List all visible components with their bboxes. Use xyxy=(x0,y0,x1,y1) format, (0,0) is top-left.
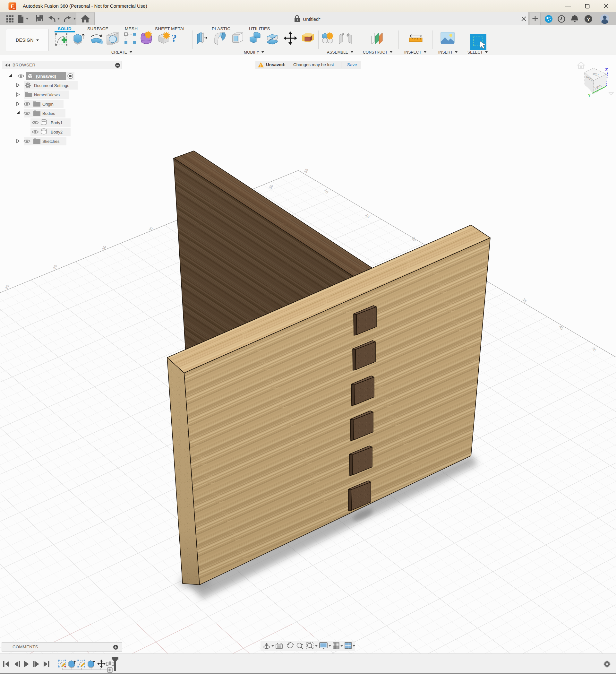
svg-text:Body2: Body2 xyxy=(51,130,63,134)
svg-text:Body1: Body1 xyxy=(51,120,63,125)
svg-text:Y: Y xyxy=(588,93,591,98)
svg-text:?: ? xyxy=(171,32,177,44)
svg-text:Untitled*: Untitled* xyxy=(303,17,321,22)
svg-text:Origin: Origin xyxy=(42,102,53,107)
svg-text:Document Settings: Document Settings xyxy=(34,83,69,88)
svg-text:Z: Z xyxy=(605,67,608,72)
svg-text:(Unsaved): (Unsaved) xyxy=(36,74,56,79)
svg-text:Bodies: Bodies xyxy=(42,111,55,116)
svg-text:Named Views: Named Views xyxy=(34,92,60,97)
svg-text:Sketches: Sketches xyxy=(42,139,60,144)
svg-text:?: ? xyxy=(587,16,590,22)
